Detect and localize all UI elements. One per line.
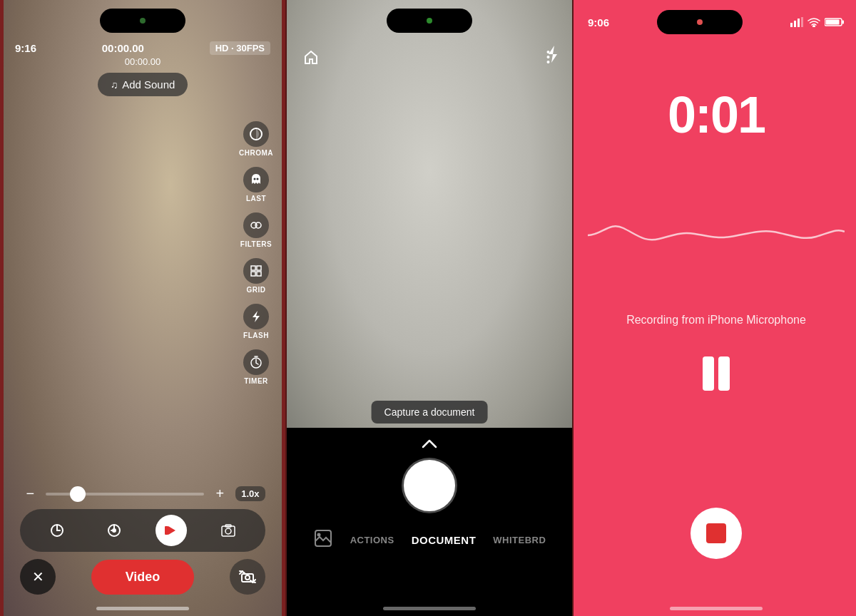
battery-icon [825, 17, 845, 27]
p3-big-timer: 0:01 [574, 86, 856, 144]
p2-flash-icon[interactable] [545, 44, 561, 68]
svg-point-2 [257, 178, 259, 180]
tab-actions[interactable]: ACTIONS [350, 535, 394, 545]
status-time: 9:16 [15, 42, 36, 54]
sub-timer: 00:00.00 [125, 56, 161, 67]
stop-button[interactable] [691, 508, 742, 559]
svg-marker-24 [549, 46, 557, 63]
svg-point-17 [225, 528, 231, 534]
p2-home-indicator [383, 607, 476, 610]
svg-rect-29 [798, 19, 800, 27]
timer-label: TIMER [244, 377, 268, 385]
recording-panel: 9:06 [574, 0, 856, 616]
svg-rect-15 [165, 526, 168, 535]
time-row: 9:16 00:00.00 HD · 30FPS [4, 41, 282, 55]
flash-button[interactable]: FLASH [243, 304, 269, 339]
home-indicator [96, 607, 189, 610]
waveform [574, 200, 856, 271]
close-icon: ✕ [32, 568, 44, 585]
filters-button[interactable]: FILTERS [240, 212, 272, 248]
chroma-icon [243, 121, 269, 147]
quality-badge: HD · 30FPS [210, 41, 270, 55]
video-label: Video [126, 570, 160, 584]
action-row: ✕ Video [20, 559, 265, 595]
capture-tooltip-text: Capture a document [384, 406, 475, 418]
mode-row [20, 509, 265, 552]
video-record-button[interactable]: Video [91, 560, 195, 595]
video-mode-button[interactable] [156, 515, 187, 546]
add-sound-label: Add Sound [122, 78, 175, 91]
p3-home-indicator [670, 607, 763, 610]
svg-rect-34 [826, 20, 840, 25]
chroma-button[interactable]: CHROMA [239, 121, 273, 157]
p2-dynamic-island [387, 9, 472, 33]
svg-point-26 [317, 533, 320, 537]
zoom-plus-button[interactable]: + [210, 486, 230, 502]
svg-rect-33 [842, 21, 845, 24]
zoom-row: − + 1.0x [20, 486, 265, 502]
filters-label: FILTERS [240, 240, 272, 248]
last-label: LAST [246, 195, 266, 202]
pause-button[interactable] [703, 356, 730, 391]
chroma-label: CHROMA [239, 149, 273, 157]
zoom-thumb[interactable] [70, 486, 86, 502]
pause-bar-right [718, 356, 730, 391]
timer-button[interactable]: TIMER [243, 349, 269, 385]
home-button[interactable] [298, 44, 324, 70]
tab-whiteboard[interactable]: WHITEBRD [493, 535, 546, 545]
svg-point-4 [255, 222, 261, 228]
p2-up-arrow[interactable] [421, 436, 438, 453]
svg-point-20 [245, 575, 250, 580]
svg-marker-14 [168, 526, 175, 535]
recording-label: Recording from iPhone Microphone [574, 314, 856, 327]
timelapse-button[interactable] [98, 515, 130, 546]
p2-tab-bar: ACTIONS DOCUMENT WHITEBRD [287, 528, 572, 551]
svg-point-31 [813, 26, 815, 27]
svg-rect-7 [251, 272, 255, 276]
flash-icon [243, 304, 269, 329]
slow-motion-button[interactable] [41, 515, 73, 546]
svg-rect-30 [801, 17, 803, 27]
photo-mode-button[interactable] [213, 515, 244, 546]
p3-rec-dot [697, 19, 703, 25]
dynamic-island [100, 9, 185, 33]
timer-icon [243, 349, 269, 375]
document-scanner-panel: Capture a document ACTIONS DOC [287, 0, 572, 616]
shutter-button[interactable] [404, 460, 455, 511]
zoom-track[interactable] [46, 493, 204, 496]
p2-top-icons [287, 44, 572, 70]
svg-rect-5 [251, 266, 255, 270]
zoom-level: 1.0x [235, 486, 265, 501]
gallery-icon-button[interactable] [313, 528, 333, 551]
grid-button[interactable]: GRID [243, 258, 269, 294]
add-sound-button[interactable]: ♫ Add Sound [98, 73, 188, 96]
capture-tooltip: Capture a document [372, 401, 488, 423]
camera-indicator-dot [140, 18, 146, 24]
close-button[interactable]: ✕ [20, 559, 56, 595]
p3-status-icons [790, 17, 845, 27]
svg-rect-8 [257, 272, 261, 276]
svg-point-13 [113, 529, 116, 532]
grid-icon [243, 258, 269, 284]
svg-point-1 [254, 178, 256, 180]
last-button[interactable]: LAST [243, 167, 269, 202]
svg-rect-28 [794, 21, 796, 27]
bottom-controls: − + 1.0x [4, 486, 282, 595]
filters-icon [243, 212, 269, 238]
pause-bar-left [703, 356, 714, 391]
tab-document[interactable]: DOCUMENT [412, 534, 477, 546]
svg-rect-16 [222, 526, 235, 536]
rec-timer: 00:00.00 [102, 42, 144, 54]
right-controls: CHROMA LAST [239, 121, 273, 385]
stop-icon [706, 523, 726, 543]
top-bar: 9:16 00:00.00 HD · 30FPS 00:00.00 ♫ Add … [4, 41, 282, 96]
svg-rect-27 [790, 23, 793, 27]
zoom-minus-button[interactable]: − [20, 486, 40, 502]
svg-rect-6 [257, 266, 261, 270]
video-recorder-panel: 9:16 00:00.00 HD · 30FPS 00:00.00 ♫ Add … [0, 0, 285, 616]
p3-dynamic-island [657, 10, 743, 34]
svg-marker-9 [253, 311, 260, 322]
p2-indicator-dot [427, 18, 432, 24]
grid-label: GRID [247, 286, 266, 294]
flip-camera-button[interactable] [230, 559, 265, 595]
